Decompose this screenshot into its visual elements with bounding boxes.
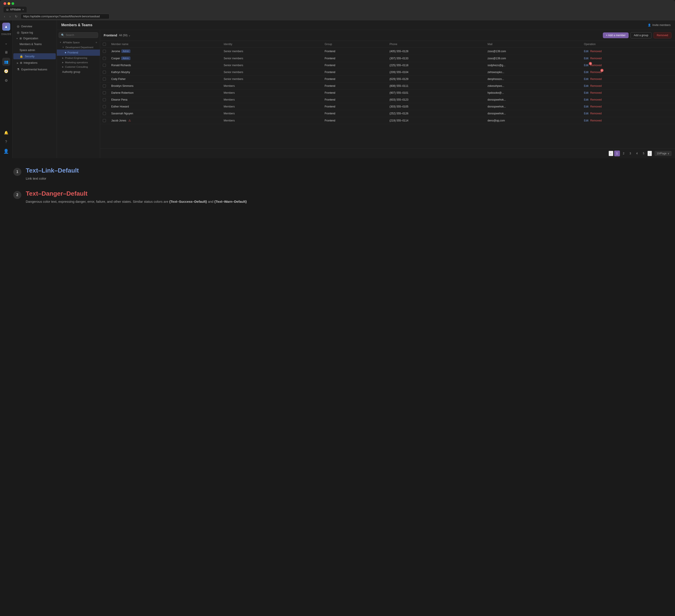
sidebar-icon-settings[interactable]: ⚙	[2, 76, 10, 84]
invite-members-button[interactable]: 👤 Invite members	[648, 23, 671, 27]
forward-button[interactable]: ›	[8, 14, 12, 19]
row-checkbox[interactable]	[103, 64, 106, 67]
traffic-light-green[interactable]	[11, 2, 14, 5]
address-bar[interactable]: https://apitable.com/space/spc7sasdasfdf…	[21, 14, 109, 19]
nav-item-space-log[interactable]: ◎ Space log	[13, 29, 56, 35]
browser-tab[interactable]: 🗂 APIttable ✕	[4, 7, 27, 12]
nav-item-overview[interactable]: ◎ Overview	[13, 23, 56, 29]
edit-button[interactable]: Edit	[584, 77, 589, 81]
customer-consulting-header[interactable]: ▶ Customer Consulting	[57, 65, 100, 69]
members-filter[interactable]: All (50) ⌄	[119, 34, 131, 37]
page-button-2[interactable]: 2	[621, 151, 626, 156]
edit-button[interactable]: Edit	[584, 91, 589, 94]
edit-button[interactable]: Edit	[584, 64, 589, 67]
sidebar-icon-help[interactable]: ?	[2, 138, 10, 146]
row-checkbox[interactable]	[103, 98, 106, 101]
apitable-space-header[interactable]: ▼ APItable Space +	[57, 40, 100, 45]
development-dept-header[interactable]: ▼ Development Department	[57, 45, 100, 50]
row-checkbox-cell	[100, 83, 108, 89]
table-row: Brooklyn Simmons Members Frontend (808) …	[100, 83, 675, 89]
app-container: ▲ 空间站管理 ⌄ 🖥 👥 🧭 ⚙ 🔔 ? 👤	[0, 20, 675, 158]
page-size-selector[interactable]: 10/Page ∨	[655, 151, 671, 156]
edit-button[interactable]: Edit	[584, 57, 589, 60]
edit-button[interactable]: Edit	[584, 71, 589, 74]
row-checkbox-cell	[100, 76, 108, 83]
removed-action-button[interactable]: Removed	[590, 57, 601, 60]
add-group-button[interactable]: Add a group	[630, 32, 652, 38]
removed-action-button[interactable]: Removed	[590, 91, 601, 94]
nav-section-org: ▼ ⊞ Organization Members & Teams Space a…	[12, 36, 57, 59]
nav-section-org-header[interactable]: ▼ ⊞ Organization	[12, 36, 57, 41]
sidebar-icon-expand[interactable]: ⌄	[2, 39, 10, 47]
row-checkbox[interactable]	[103, 91, 106, 94]
page-button-1[interactable]: 1	[614, 151, 620, 156]
sidebar-icon-avatar[interactable]: 👤	[2, 147, 10, 155]
page-button-3[interactable]: 3	[627, 151, 633, 156]
row-checkbox[interactable]	[103, 112, 106, 115]
nav-item-space-admin[interactable]: Space admin	[13, 47, 56, 53]
app-logo[interactable]: ▲	[2, 23, 10, 31]
sidebar-icon-compass[interactable]: 🧭	[2, 67, 10, 75]
removed-action-button[interactable]: Removed	[590, 105, 601, 108]
removed-action-button[interactable]: Removed	[590, 84, 601, 87]
table-row: Savannah Nguyen Members Frontend (252) 5…	[100, 110, 675, 117]
add-member-button[interactable]: + Add a member	[603, 32, 628, 38]
row-checkbox[interactable]	[103, 77, 106, 81]
row-checkbox[interactable]	[103, 84, 106, 87]
removed-action-button[interactable]: Removed	[590, 119, 601, 122]
select-all-checkbox[interactable]	[103, 43, 106, 46]
row-group-cell: Frontend	[322, 55, 387, 62]
back-button[interactable]: ‹	[3, 14, 6, 19]
edit-button[interactable]: Edit	[584, 98, 589, 101]
teams-search-input[interactable]: 🔍 Search	[59, 32, 98, 38]
row-checkbox-cell	[100, 48, 108, 55]
row-checkbox[interactable]	[103, 50, 106, 53]
team-item-authority-group[interactable]: Authority group	[57, 69, 100, 75]
traffic-light-yellow[interactable]	[8, 2, 10, 5]
removed-action-button[interactable]: Removed	[590, 112, 601, 115]
edit-button[interactable]: Edit	[584, 112, 589, 115]
member-name-text: Esther Howard	[111, 105, 129, 108]
logo-icon: ▲	[4, 25, 8, 29]
table-row: Jerome Admin Senior members Frontend (40…	[100, 48, 675, 55]
tab-favicon: 🗂	[6, 8, 9, 11]
next-page-button[interactable]: ›	[648, 151, 652, 156]
member-name-text: Eleanor Pena	[111, 98, 128, 101]
row-checkbox[interactable]	[103, 105, 106, 108]
marketing-ops-header[interactable]: ▶ Marketing operations	[57, 60, 100, 65]
add-team-button[interactable]: +	[95, 41, 97, 44]
member-name-text: Cody Fisher	[111, 77, 126, 81]
sidebar-icon-users[interactable]: 👥	[2, 58, 10, 66]
team-item-frontend[interactable]: Frontend ⋯	[57, 50, 100, 56]
nav-item-integrations[interactable]: ▶ ⊞ Integrations	[13, 60, 56, 66]
edit-button[interactable]: Edit	[584, 50, 589, 53]
edit-button[interactable]: Edit	[584, 119, 589, 122]
removed-action-button[interactable]: Removed	[590, 64, 601, 67]
table-row: Cody Fisher Senior members Frontend (629…	[100, 76, 675, 83]
removed-action-button[interactable]: Removed	[590, 71, 601, 74]
sidebar-icon-monitor[interactable]: 🖥	[2, 49, 10, 56]
edit-button[interactable]: Edit	[584, 105, 589, 108]
row-identity-cell: Members	[221, 96, 322, 103]
row-operation-cell: Edit Removed	[581, 117, 675, 124]
removed-action-button[interactable]: Removed	[590, 50, 601, 53]
nav-item-security[interactable]: 🔒 Security	[13, 53, 56, 59]
row-checkbox[interactable]	[103, 71, 106, 74]
traffic-light-red[interactable]	[4, 2, 6, 5]
removed-button[interactable]: Removed	[654, 32, 671, 38]
tab-close-button[interactable]: ✕	[22, 8, 24, 11]
removed-action-button[interactable]: Removed	[590, 77, 601, 81]
refresh-button[interactable]: ↻	[13, 14, 19, 19]
dev-dept-chevron-icon: ▼	[62, 46, 64, 49]
nav-item-members-teams[interactable]: Members & Teams	[13, 41, 56, 47]
product-engineering-header[interactable]: ▶ Product Engineering	[57, 56, 100, 60]
row-checkbox[interactable]	[103, 57, 106, 60]
nav-item-experimental[interactable]: ⚗ Experimental features	[13, 66, 56, 72]
row-checkbox[interactable]	[103, 119, 106, 122]
page-button-5[interactable]: 5	[641, 151, 647, 156]
removed-action-button[interactable]: Removed	[590, 98, 601, 101]
prev-page-button[interactable]: ‹	[609, 151, 613, 156]
edit-button[interactable]: Edit	[584, 84, 589, 87]
sidebar-icon-bell[interactable]: 🔔	[2, 129, 10, 137]
page-button-4[interactable]: 4	[634, 151, 640, 156]
